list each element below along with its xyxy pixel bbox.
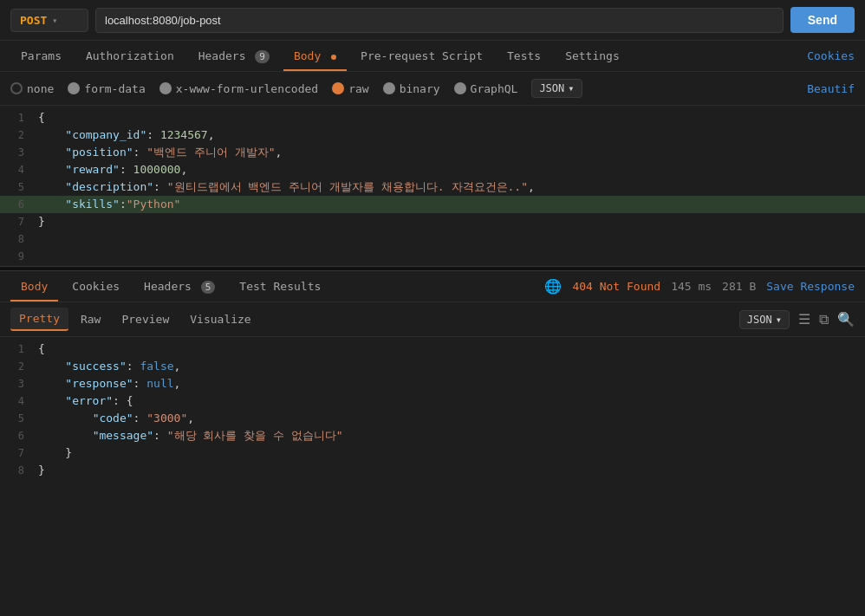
code-line-5: 5 "description": "원티드랩에서 백엔드 주니어 개발자를 채용… — [0, 178, 865, 196]
format-tab-raw[interactable]: Raw — [72, 308, 109, 330]
line-num-2: 2 — [0, 126, 35, 144]
format-actions: JSON ▾ ☰ ⧉ 🔍 — [739, 310, 855, 329]
response-tab-cookies[interactable]: Cookies — [62, 271, 130, 302]
response-tab-test-results[interactable]: Test Results — [229, 271, 331, 302]
response-status: 🌐 404 Not Found 145 ms 281 B Save Respon… — [544, 278, 855, 295]
line-num-1: 1 — [0, 109, 35, 126]
copy-icon[interactable]: ⧉ — [819, 311, 829, 327]
radio-raw[interactable]: raw — [332, 82, 368, 95]
code-line-2: 2 "company_id": 1234567, — [0, 126, 865, 144]
line-num-9: 9 — [0, 248, 35, 265]
save-response-button[interactable]: Save Response — [766, 280, 855, 293]
radio-label-urlencoded: x-www-form-urlencoded — [176, 82, 318, 95]
resp-line-content-5: "code": "3000", — [35, 410, 865, 427]
response-tabs-row: Body Cookies Headers 5 Test Results 🌐 40… — [0, 271, 865, 302]
format-tab-preview[interactable]: Preview — [113, 308, 178, 330]
resp-code-line-6: 6 "message": "해당 회사를 찾을 수 없습니다" — [0, 427, 865, 444]
line-num-4: 4 — [0, 161, 35, 178]
code-line-1: 1 { — [0, 109, 865, 126]
headers-badge: 9 — [255, 50, 270, 63]
resp-line-content-6: "message": "해당 회사를 찾을 수 없습니다" — [35, 427, 865, 444]
request-tabs-row: Params Authorization Headers 9 Body Pre-… — [0, 41, 865, 72]
url-input[interactable] — [95, 8, 784, 33]
resp-line-num-5: 5 — [0, 410, 35, 427]
resp-code-line-3: 3 "response": null, — [0, 375, 865, 392]
resp-line-content-4: "error": { — [35, 392, 865, 410]
response-tab-headers[interactable]: Headers 5 — [133, 271, 225, 302]
radio-graphql[interactable]: GraphQL — [454, 82, 518, 95]
response-json-selector[interactable]: JSON ▾ — [739, 310, 790, 329]
radio-urlencoded[interactable]: x-www-form-urlencoded — [159, 82, 318, 95]
line-num-5: 5 — [0, 178, 35, 196]
code-line-4: 4 "reward": 1000000, — [0, 161, 865, 178]
resp-line-content-7: } — [35, 444, 865, 462]
radio-circle-form-data — [68, 82, 80, 94]
resp-line-content-3: "response": null, — [35, 375, 865, 392]
tab-body[interactable]: Body — [283, 41, 347, 71]
radio-circle-graphql — [454, 82, 466, 94]
method-label: POST — [20, 14, 47, 27]
method-selector[interactable]: POST ▾ — [10, 9, 88, 32]
response-headers-badge: 5 — [201, 281, 216, 294]
radio-label-binary: binary — [400, 82, 440, 95]
resp-line-num-2: 2 — [0, 358, 35, 375]
format-tabs-row: Pretty Raw Preview Visualize JSON ▾ ☰ ⧉ … — [0, 302, 865, 337]
line-content-6: "skills":"Python" — [35, 196, 865, 213]
radio-label-form-data: form-data — [84, 82, 145, 95]
resp-line-num-6: 6 — [0, 427, 35, 444]
code-line-7: 7 } — [0, 213, 865, 230]
code-line-9: 9 — [0, 248, 865, 265]
json-chevron-icon: ▾ — [568, 82, 574, 94]
request-body-editor[interactable]: 1 { 2 "company_id": 1234567, 3 "position… — [0, 106, 865, 266]
radio-label-none: none — [27, 82, 54, 95]
line-num-7: 7 — [0, 213, 35, 230]
resp-code-line-4: 4 "error": { — [0, 392, 865, 410]
code-line-3: 3 "position": "백엔드 주니어 개발자", — [0, 144, 865, 161]
line-num-8: 8 — [0, 230, 35, 248]
radio-circle-none — [10, 82, 23, 94]
resp-line-content-1: { — [35, 340, 865, 358]
top-bar: POST ▾ Send — [0, 0, 865, 41]
resp-line-num-1: 1 — [0, 340, 35, 358]
code-line-6: 6 "skills":"Python" — [0, 196, 865, 213]
globe-icon: 🌐 — [544, 278, 562, 295]
line-content-4: "reward": 1000000, — [35, 161, 865, 178]
radio-label-raw: raw — [348, 82, 368, 95]
line-content-2: "company_id": 1234567, — [35, 126, 865, 144]
radio-none[interactable]: none — [10, 82, 54, 95]
filter-icon[interactable]: ☰ — [798, 311, 810, 327]
tab-headers[interactable]: Headers 9 — [188, 41, 280, 71]
beautify-button[interactable]: Beautif — [807, 82, 855, 95]
status-code: 404 Not Found — [572, 280, 660, 293]
response-size: 281 B — [722, 280, 756, 293]
line-num-3: 3 — [0, 144, 35, 161]
resp-line-content-2: "success": false, — [35, 358, 865, 375]
search-icon[interactable]: 🔍 — [837, 311, 855, 327]
format-tab-visualize[interactable]: Visualize — [181, 308, 259, 330]
line-num-6: 6 — [0, 196, 35, 213]
resp-code-line-8: 8 } — [0, 462, 865, 479]
send-button[interactable]: Send — [790, 7, 855, 33]
cookies-link[interactable]: Cookies — [807, 49, 855, 62]
resp-line-num-7: 7 — [0, 444, 35, 462]
tab-tests[interactable]: Tests — [497, 41, 551, 71]
resp-line-num-3: 3 — [0, 375, 35, 392]
tab-pre-request[interactable]: Pre-request Script — [350, 41, 493, 71]
response-time: 145 ms — [671, 280, 712, 293]
line-content-3: "position": "백엔드 주니어 개발자", — [35, 144, 865, 161]
response-json-label: JSON — [747, 314, 772, 326]
radio-circle-binary — [383, 82, 395, 94]
radio-form-data[interactable]: form-data — [68, 82, 145, 95]
resp-code-line-5: 5 "code": "3000", — [0, 410, 865, 427]
tab-authorization[interactable]: Authorization — [75, 41, 185, 71]
radio-binary[interactable]: binary — [383, 82, 440, 95]
response-tab-body[interactable]: Body — [10, 271, 58, 302]
resp-code-line-7: 7 } — [0, 444, 865, 462]
body-type-row: none form-data x-www-form-urlencoded raw… — [0, 72, 865, 106]
code-line-8: 8 — [0, 230, 865, 248]
tab-settings[interactable]: Settings — [555, 41, 630, 71]
response-body-editor[interactable]: 1 { 2 "success": false, 3 "response": nu… — [0, 337, 865, 483]
format-tab-pretty[interactable]: Pretty — [10, 308, 68, 331]
tab-params[interactable]: Params — [10, 41, 72, 71]
json-format-selector[interactable]: JSON ▾ — [531, 79, 582, 98]
